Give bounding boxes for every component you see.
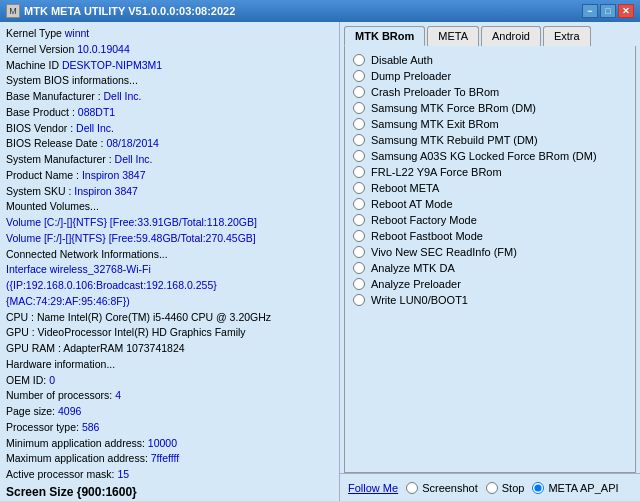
- option-disable-auth: Disable Auth: [353, 52, 627, 68]
- sys-manufacturer-label: System Manufacturer :: [6, 153, 115, 165]
- radio-samsung-a03s[interactable]: [353, 150, 365, 162]
- radio-frl-l22[interactable]: [353, 166, 365, 178]
- radio-screenshot[interactable]: [406, 482, 418, 494]
- label-reboot-at: Reboot AT Mode: [371, 198, 453, 210]
- radio-crash-preloader[interactable]: [353, 86, 365, 98]
- right-panel: MTK BRom META Android Extra Disable Auth…: [340, 22, 640, 501]
- label-reboot-meta: Reboot META: [371, 182, 439, 194]
- label-analyze-preloader: Analyze Preloader: [371, 278, 461, 290]
- label-samsung-a03s: Samsung A03S KG Locked Force BRom (DM): [371, 150, 597, 162]
- oem-id-value: 0: [49, 374, 55, 386]
- gpu-ram-line: GPU RAM : AdapterRAM 1073741824: [6, 341, 333, 357]
- maximize-button[interactable]: □: [600, 4, 616, 18]
- title-bar: M MTK META UTILITY V51.0.0.0:03:08:2022 …: [0, 0, 640, 22]
- tab-meta[interactable]: META: [427, 26, 479, 46]
- volume-c-line: Volume [C:/]-[]{NTFS} [Free:33.91GB/Tota…: [6, 215, 333, 231]
- min-address-value: 10000: [148, 437, 177, 449]
- processor-type-label: Processor type:: [6, 421, 82, 433]
- bios-vendor-label: BIOS Vendor :: [6, 122, 76, 134]
- app-icon: M: [6, 4, 20, 18]
- active-mask-value: 15: [117, 468, 129, 480]
- option-vivo-sec: Vivo New SEC ReadInfo (FM): [353, 244, 627, 260]
- label-reboot-factory: Reboot Factory Mode: [371, 214, 477, 226]
- system-sku-label: System SKU :: [6, 185, 74, 197]
- kernel-version-line: Kernel Version 10.0.19044: [6, 42, 333, 58]
- active-mask-label: Active processor mask:: [6, 468, 117, 480]
- cpu-line: CPU : Name Intel(R) Core(TM) i5-4460 CPU…: [6, 310, 333, 326]
- bios-date-line: BIOS Release Date : 08/18/2014: [6, 136, 333, 152]
- stop-group: Stop: [486, 482, 525, 494]
- option-reboot-meta: Reboot META: [353, 180, 627, 196]
- product-name-label: Product Name :: [6, 169, 82, 181]
- option-reboot-factory: Reboot Factory Mode: [353, 212, 627, 228]
- radio-stop[interactable]: [486, 482, 498, 494]
- num-processors-line: Number of processors: 4: [6, 388, 333, 404]
- system-sku-line: System SKU : Inspiron 3847: [6, 184, 333, 200]
- label-write-lun0: Write LUN0/BOOT1: [371, 294, 468, 306]
- page-size-label: Page size:: [6, 405, 58, 417]
- radio-meta-ap-api[interactable]: [532, 482, 544, 494]
- label-dump-preloader: Dump Preloader: [371, 70, 451, 82]
- option-samsung-exit-brom: Samsung MTK Exit BRom: [353, 116, 627, 132]
- radio-reboot-fastboot[interactable]: [353, 230, 365, 242]
- screenshot-group: Screenshot: [406, 482, 478, 494]
- radio-samsung-exit-brom[interactable]: [353, 118, 365, 130]
- label-samsung-exit-brom: Samsung MTK Exit BRom: [371, 118, 499, 130]
- active-mask-line: Active processor mask: 15: [6, 467, 333, 483]
- option-samsung-force-brom: Samsung MTK Force BRom (DM): [353, 100, 627, 116]
- bios-vendor-line: BIOS Vendor : Dell Inc.: [6, 121, 333, 137]
- radio-samsung-force-brom[interactable]: [353, 102, 365, 114]
- min-address-line: Minimum application address: 10000: [6, 436, 333, 452]
- screen-size-line: Screen Size {900:1600}: [6, 483, 333, 501]
- max-address-label: Maximum application address:: [6, 452, 151, 464]
- tab-extra[interactable]: Extra: [543, 26, 591, 46]
- label-disable-auth: Disable Auth: [371, 54, 433, 66]
- tab-mtk-brom[interactable]: MTK BRom: [344, 26, 425, 46]
- radio-reboot-at[interactable]: [353, 198, 365, 210]
- meta-ap-api-label: META AP_API: [548, 482, 618, 494]
- option-reboot-at: Reboot AT Mode: [353, 196, 627, 212]
- minimize-button[interactable]: −: [582, 4, 598, 18]
- follow-me-link[interactable]: Follow Me: [348, 482, 398, 494]
- label-analyze-da: Analyze MTK DA: [371, 262, 455, 274]
- window-controls: − □ ✕: [582, 4, 634, 18]
- option-samsung-rebuild-pmt: Samsung MTK Rebuild PMT (DM): [353, 132, 627, 148]
- option-write-lun0: Write LUN0/BOOT1: [353, 292, 627, 308]
- kernel-version-value: 10.0.19044: [77, 43, 130, 55]
- network-info-header: Connected Network Informations...: [6, 247, 333, 263]
- base-product-line: Base Product : 088DT1: [6, 105, 333, 121]
- base-manufacturer-value: Dell Inc.: [103, 90, 141, 102]
- radio-analyze-da[interactable]: [353, 262, 365, 274]
- base-product-label: Base Product :: [6, 106, 78, 118]
- max-address-line: Maximum application address: 7ffeffff: [6, 451, 333, 467]
- close-button[interactable]: ✕: [618, 4, 634, 18]
- machine-id-line: Machine ID DESKTOP-NIPM3M1: [6, 58, 333, 74]
- max-address-value: 7ffeffff: [151, 452, 179, 464]
- num-processors-value: 4: [115, 389, 121, 401]
- option-crash-preloader: Crash Preloader To BRom: [353, 84, 627, 100]
- radio-vivo-sec[interactable]: [353, 246, 365, 258]
- radio-samsung-rebuild-pmt[interactable]: [353, 134, 365, 146]
- radio-reboot-meta[interactable]: [353, 182, 365, 194]
- radio-disable-auth[interactable]: [353, 54, 365, 66]
- tab-android[interactable]: Android: [481, 26, 541, 46]
- bios-date-label: BIOS Release Date :: [6, 137, 106, 149]
- page-size-value: 4096: [58, 405, 81, 417]
- bios-vendor-value: Dell Inc.: [76, 122, 114, 134]
- gpu-line: GPU : VideoProcessor Intel(R) HD Graphic…: [6, 325, 333, 341]
- option-analyze-da: Analyze MTK DA: [353, 260, 627, 276]
- tab-bar: MTK BRom META Android Extra: [340, 22, 640, 46]
- radio-dump-preloader[interactable]: [353, 70, 365, 82]
- screenshot-label: Screenshot: [422, 482, 478, 494]
- volume-f-line: Volume [F:/]-[]{NTFS} [Free:59.48GB/Tota…: [6, 231, 333, 247]
- option-analyze-preloader: Analyze Preloader: [353, 276, 627, 292]
- label-samsung-force-brom: Samsung MTK Force BRom (DM): [371, 102, 536, 114]
- radio-write-lun0[interactable]: [353, 294, 365, 306]
- num-processors-label: Number of processors:: [6, 389, 115, 401]
- radio-reboot-factory[interactable]: [353, 214, 365, 226]
- radio-analyze-preloader[interactable]: [353, 278, 365, 290]
- hardware-info-header: Hardware information...: [6, 357, 333, 373]
- sys-manufacturer-line: System Manufacturer : Dell Inc.: [6, 152, 333, 168]
- product-name-line: Product Name : Inspiron 3847: [6, 168, 333, 184]
- system-sku-value: Inspiron 3847: [74, 185, 138, 197]
